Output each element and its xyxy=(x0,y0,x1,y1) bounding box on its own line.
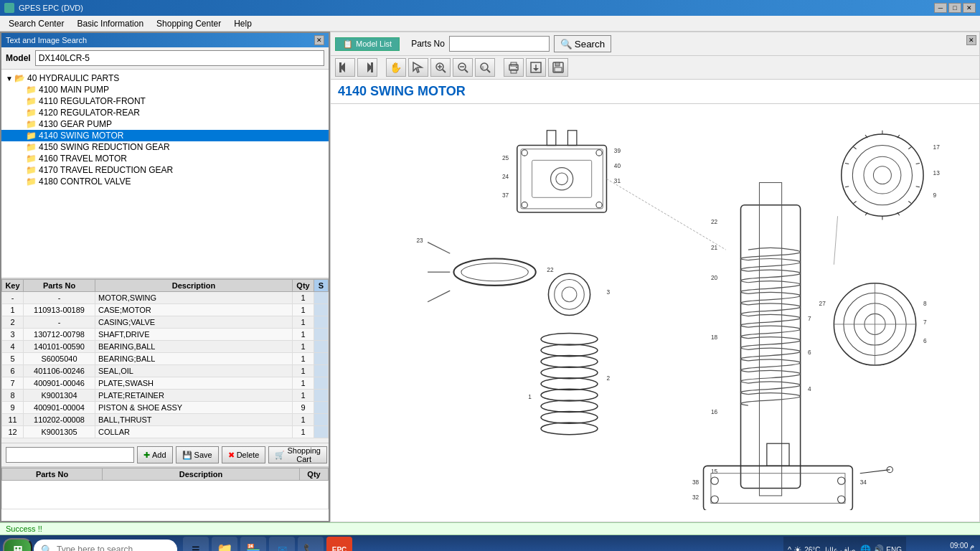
minimize-button[interactable]: ─ xyxy=(934,3,947,13)
menu-shopping-center[interactable]: Shopping Center xyxy=(151,17,227,30)
pan-button[interactable]: ✋ xyxy=(386,58,406,77)
table-row[interactable]: 5 S6005040 BEARING;BALL 1 xyxy=(2,353,329,365)
parts-search-input[interactable] xyxy=(6,447,134,463)
tree-container: ▼ 📂 40 HYDRAULIC PARTS 📁 4100 MAIN PUMP … xyxy=(1,70,329,278)
svg-point-107 xyxy=(541,333,598,345)
taskbar-search-input[interactable] xyxy=(57,545,164,551)
chevron-icon[interactable]: ^ xyxy=(788,545,791,551)
windows-icon: ⊞ xyxy=(13,543,22,552)
table-row[interactable]: 9 400901-00004 PISTON & SHOE ASSY 9 xyxy=(2,402,329,414)
save-diagram-button[interactable] xyxy=(548,58,568,77)
taskbar-search[interactable]: 🔍 xyxy=(34,540,177,551)
add-icon: ✚ xyxy=(143,451,150,460)
cell-s xyxy=(314,341,329,353)
model-list-button[interactable]: 📋 Model List xyxy=(335,37,400,51)
svg-text:✋: ✋ xyxy=(390,62,402,74)
model-input[interactable] xyxy=(35,50,324,66)
tree-root-item[interactable]: ▼ 📂 40 HYDRAULIC PARTS xyxy=(1,72,329,84)
cell-key: 7 xyxy=(2,377,24,390)
cell-parts-no: 400901-00046 xyxy=(24,377,95,390)
svg-text:6: 6 xyxy=(808,348,811,355)
svg-line-56 xyxy=(853,201,856,203)
search-button[interactable]: 🔍 Search xyxy=(554,35,611,52)
right-panel: 📋 Model List Parts No 🔍 Search ✕ ✋ xyxy=(330,32,980,522)
svg-point-87 xyxy=(711,477,718,484)
tree-item-4160[interactable]: 📁 4160 TRAVEL MOTOR xyxy=(1,153,329,164)
tree-item-4170[interactable]: 📁 4170 TRAVEL REDUCTION GEAR xyxy=(1,164,329,176)
delete-button[interactable]: ✖ Delete xyxy=(222,446,266,463)
tree-item-4150[interactable]: 📁 4150 SWING REDUCTION GEAR xyxy=(1,141,329,153)
zoom-in-button[interactable] xyxy=(430,58,451,77)
cart-col-qty: Qty xyxy=(300,468,329,481)
save-button[interactable]: 💾 Save xyxy=(176,446,219,463)
tree-item-4120[interactable]: 📁 4120 REGULATOR-REAR xyxy=(1,107,329,118)
table-row[interactable]: 3 130712-00798 SHAFT,DRIVE 1 xyxy=(2,329,329,341)
tree-item-4110[interactable]: 📁 4110 REGULATOR-FRONT xyxy=(1,95,329,107)
diagram-title: 4140 SWING MOTOR xyxy=(331,80,979,104)
menu-basic-information[interactable]: Basic Information xyxy=(71,17,149,30)
zoom-out-button[interactable] xyxy=(453,58,473,77)
right-gear: 8 7 6 27 xyxy=(819,283,927,364)
tree-item-4100-label: 4100 MAIN PUMP xyxy=(39,85,109,95)
svg-text:31: 31 xyxy=(614,176,621,184)
phone-button[interactable]: 📞 xyxy=(298,537,324,551)
menu-search-center[interactable]: Search Center xyxy=(3,17,70,30)
select-button[interactable] xyxy=(408,58,428,77)
task-view-button[interactable]: ☰ xyxy=(183,537,209,551)
right-panel-close-button[interactable]: ✕ xyxy=(966,35,976,45)
store-button[interactable]: 🏪 xyxy=(240,537,266,551)
table-row[interactable]: 12 K9001305 COLLAR 1 xyxy=(2,426,329,438)
table-row[interactable]: 4 140101-00590 BEARING,BALL 1 xyxy=(2,341,329,353)
cell-parts-no: 400901-00004 xyxy=(24,402,95,414)
table-row[interactable]: 2 - CASING;VALVE 1 xyxy=(2,316,329,329)
parts-no-search-input[interactable] xyxy=(449,36,550,52)
tree-item-4100[interactable]: 📁 4100 MAIN PUMP xyxy=(1,84,329,95)
svg-text:20: 20 xyxy=(711,273,718,281)
left-swing: 23 22 xyxy=(417,236,554,301)
tree-item-4180[interactable]: 📁 4180 CONTROL VALVE xyxy=(1,176,329,187)
svg-text:40: 40 xyxy=(614,161,621,169)
svg-line-52 xyxy=(908,201,911,203)
left-panel-close-button[interactable]: ✕ xyxy=(314,35,324,45)
table-row[interactable]: 11 110202-00008 BALL,THRUST 1 xyxy=(2,414,329,426)
svg-text:2: 2 xyxy=(606,375,610,382)
export-button[interactable] xyxy=(526,58,546,77)
close-button[interactable]: ✕ xyxy=(963,3,976,13)
col-qty: Qty xyxy=(293,280,314,292)
cell-description: PLATE;RETAINER xyxy=(95,390,293,402)
svg-text:22: 22 xyxy=(711,217,718,225)
valve-block: 39 40 31 25 24 37 xyxy=(502,130,621,212)
top-gear: 17 13 9 xyxy=(842,130,940,220)
cell-qty: 1 xyxy=(293,390,314,402)
next-button[interactable] xyxy=(357,58,377,77)
menu-help[interactable]: Help xyxy=(228,17,258,30)
svg-point-111 xyxy=(541,377,598,390)
table-row[interactable]: 1 110913-00189 CASE;MOTOR 1 xyxy=(2,304,329,316)
mail-button[interactable]: ✉ xyxy=(269,537,295,551)
table-row[interactable]: - - MOTOR,SWING 1 xyxy=(2,292,329,304)
diagram-area: 39 40 31 25 24 37 xyxy=(331,104,979,522)
taskbar-search-icon: 🔍 xyxy=(41,545,52,552)
table-row[interactable]: 7 400901-00046 PLATE,SWASH 1 xyxy=(2,377,329,390)
tree-item-4130[interactable]: 📁 4130 GEAR PUMP xyxy=(1,118,329,130)
table-row[interactable]: 6 401106-00246 SEAL,OIL 1 xyxy=(2,365,329,377)
zoom-fit-button[interactable]: ± xyxy=(475,58,495,77)
tree-item-4140[interactable]: 📁 4140 SWING MOTOR xyxy=(1,130,329,141)
start-button[interactable]: ⊞ xyxy=(3,538,32,551)
svg-point-97 xyxy=(453,258,535,285)
folder-4150-icon: 📁 xyxy=(26,142,37,152)
cell-qty: 1 xyxy=(293,377,314,390)
file-explorer-button[interactable]: 📁 xyxy=(212,537,237,551)
cell-parts-no: 401106-00246 xyxy=(24,365,95,377)
shopping-cart-button[interactable]: 🛒 Shopping Cart xyxy=(268,446,327,463)
svg-text:18: 18 xyxy=(711,333,718,340)
add-button[interactable]: ✚ Add xyxy=(137,446,173,463)
print-button[interactable] xyxy=(504,58,524,77)
svg-text:7: 7 xyxy=(923,319,927,326)
first-button[interactable] xyxy=(335,58,355,77)
maximize-button[interactable]: □ xyxy=(948,3,961,13)
svg-point-105 xyxy=(555,279,585,309)
svg-line-11 xyxy=(465,70,468,72)
epc-button[interactable]: EPC xyxy=(326,537,352,551)
table-row[interactable]: 8 K9001304 PLATE;RETAINER 1 xyxy=(2,390,329,402)
